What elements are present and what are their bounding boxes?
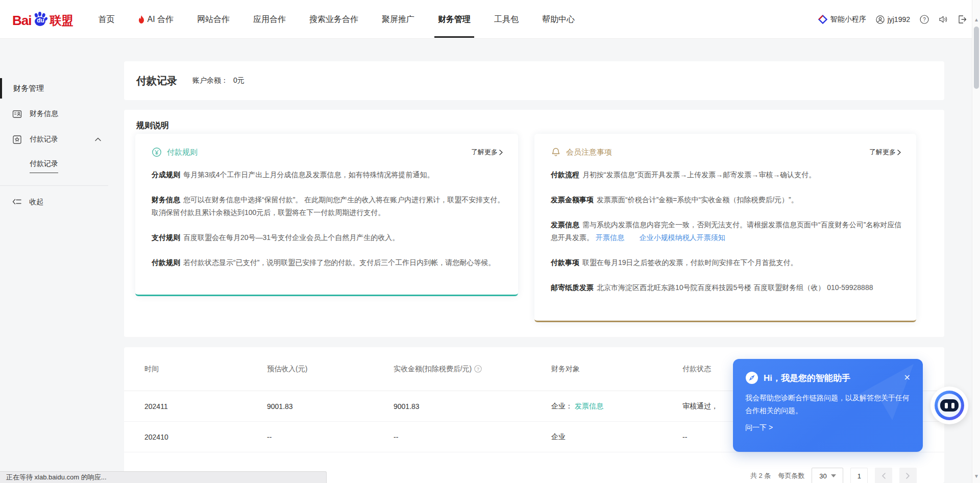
browser-status-bar: 正在等待 xlab.baidu.com 的响应...	[0, 471, 327, 483]
compass-icon	[745, 371, 758, 384]
topbar-right: 智能小程序 jyj1992 ?	[818, 0, 967, 39]
balance-label: 账户余额：	[192, 76, 228, 84]
payment-rules-body: 分成规则每月第3或4个工作日产出上月分成信息及发票信息，如有特殊情况将提前通知。…	[135, 157, 518, 269]
rule-item: 发票信息需与系统内发票信息内容完全一致，否则无法支付。请根据发票信息页面中“百度…	[551, 219, 903, 244]
rule-item: 付款流程月初按“发票信息”页面开具发票→上传发票→邮寄发票→审核→确认支付。	[551, 168, 903, 181]
sidebar-subitem-payment-records-active[interactable]: 付款记录	[30, 158, 122, 174]
sidebar-item-finance-info[interactable]: 财务信息	[0, 105, 122, 123]
help-icon[interactable]: ?	[920, 15, 929, 24]
sidebar-divider	[0, 185, 108, 186]
chevron-right-icon	[906, 473, 910, 479]
cell-time: 202410	[144, 433, 267, 441]
page-button-1[interactable]: 1	[850, 468, 868, 483]
chevron-right-icon	[897, 150, 901, 155]
col-header-time: 时间	[144, 365, 267, 374]
robot-icon	[935, 391, 964, 420]
flame-icon	[138, 15, 145, 23]
member-notes-bell-icon	[551, 147, 561, 157]
member-notes-header: 会员注意事项 了解更多	[534, 134, 916, 157]
col-header-target: 财务对象	[551, 365, 682, 374]
close-icon[interactable]: ✕	[904, 374, 911, 382]
rule-item: 付款事项联盟在每月19日之后签收的发票，付款时间安排在下个月首批支付。	[551, 256, 903, 269]
smart-miniprogram-link[interactable]: 智能小程序	[818, 15, 866, 24]
baidu-paw-icon: du	[32, 11, 49, 28]
logout-icon[interactable]	[958, 15, 967, 24]
logo-text-bai: Bai	[12, 13, 31, 28]
status-text: 正在等待 xlab.baidu.com 的响应...	[6, 473, 107, 482]
invoice-info-cell-link[interactable]: 发票信息	[575, 402, 603, 410]
cell-target: 企业	[551, 432, 682, 442]
ask-now-link[interactable]: 问一下 >	[745, 423, 911, 432]
nav-item-ai-coop[interactable]: AI 合作	[126, 0, 185, 39]
chevron-down-icon	[831, 474, 836, 477]
assistant-body-text: 我会帮助您诊断合作链路问题，以及解答您关于任何合作相关的问题。	[745, 392, 911, 417]
logo-text-union: 联盟	[50, 13, 73, 28]
svg-text:?: ?	[477, 367, 479, 372]
user-account[interactable]: jyj1992	[876, 15, 910, 24]
main-nav: 首页 AI 合作 网站合作 应用合作 搜索业务合作 聚屏推广 财务管理 工具包 …	[86, 0, 586, 39]
member-notes-more-link[interactable]: 了解更多	[869, 148, 901, 157]
nav-item-website-coop[interactable]: 网站合作	[185, 0, 241, 39]
page-scrollbar[interactable]: ▲ ▼	[972, 0, 980, 483]
svg-text:?: ?	[923, 17, 926, 22]
rule-item: 付款规则若付款状态显示“已支付”，说明联盟已安排了您的付款。支付后三个工作日内到…	[152, 256, 505, 269]
finance-info-icon	[12, 109, 22, 119]
member-notes-box: 会员注意事项 了解更多 付款流程月初按“发票信息”页面开具发票→上传发票→邮寄发…	[534, 134, 916, 322]
rule-item: 发票金额事项发票票面“价税合计”金额=系统中“实收金额（扣除税费后/元）”。	[551, 194, 903, 206]
chevron-up-icon	[95, 137, 101, 141]
page-title: 付款记录	[136, 74, 177, 88]
nav-item-search-coop[interactable]: 搜索业务合作	[298, 0, 370, 39]
cell-target: 企业：发票信息	[551, 402, 682, 411]
member-notes-title: 会员注意事项	[566, 148, 612, 157]
assistant-robot-button[interactable]	[930, 387, 968, 424]
chevron-left-icon	[881, 473, 886, 479]
nav-item-toolkit[interactable]: 工具包	[482, 0, 530, 39]
cell-estimated: 9001.83	[267, 402, 394, 410]
payment-rules-more-link[interactable]: 了解更多	[471, 148, 503, 157]
page-header-card: 付款记录 账户余额： 0元	[124, 61, 944, 100]
col-header-received: 实收金额(扣除税费后/元) ?	[394, 365, 551, 374]
cell-received: 9001.83	[394, 402, 551, 410]
small-taxpayer-notice-link[interactable]: 企业小规模纳税人开票须知	[640, 233, 725, 242]
account-balance: 账户余额： 0元	[192, 76, 244, 85]
user-icon	[876, 15, 885, 24]
payment-rules-box: 付款规则 了解更多 分成规则每月第3或4个工作日产出上月分成信息及发票信息，如有…	[135, 134, 518, 296]
logo-text-du: du	[37, 17, 44, 24]
question-circle-icon[interactable]: ?	[474, 365, 482, 373]
assistant-popup-header: Hi，我是您的智能助手 ✕	[745, 371, 911, 384]
member-notes-body: 付款流程月初按“发票信息”页面开具发票→上传发票→邮寄发票→审核→确认支付。 发…	[534, 157, 916, 294]
nav-item-screen-promo[interactable]: 聚屏推广	[370, 0, 426, 39]
topbar: Bai du 联盟 首页 AI 合作 网站合作 应用合作 搜索业务合作 聚屏推广…	[0, 0, 980, 39]
scroll-down-icon[interactable]: ▼	[974, 474, 979, 479]
payment-rules-icon	[152, 147, 162, 157]
baidu-union-logo[interactable]: Bai du 联盟	[12, 11, 73, 28]
miniprogram-diamond-icon	[818, 15, 827, 24]
chevron-right-icon	[499, 150, 503, 155]
payment-rules-title: 付款规则	[167, 148, 198, 157]
payment-rules-header: 付款规则 了解更多	[135, 134, 518, 157]
rules-card: 规则说明 付款规则 了解更多 分成规则每月第3或4个工作日产出上月分成信息及发票…	[124, 110, 944, 337]
sound-icon[interactable]	[939, 15, 948, 24]
scrollbar-thumb[interactable]	[974, 27, 979, 89]
balance-value: 0元	[233, 76, 244, 84]
nav-item-finance-active[interactable]: 财务管理	[426, 0, 482, 39]
rule-item: 分成规则每月第3或4个工作日产出上月分成信息及发票信息，如有特殊情况将提前通知。	[152, 168, 505, 181]
sidebar-item-payment-records[interactable]: 付款记录	[0, 130, 122, 149]
total-count: 共 2 条	[750, 471, 771, 480]
next-page-button[interactable]	[899, 468, 917, 483]
invoice-info-link[interactable]: 开票信息	[596, 233, 624, 242]
nav-item-home[interactable]: 首页	[86, 0, 126, 39]
rule-item: 邮寄纸质发票北京市海淀区西北旺东路10号院百度科技园5号楼 百度联盟财务组（收）…	[551, 281, 903, 294]
per-page-label: 每页条数	[778, 471, 804, 480]
assistant-popup: Hi，我是您的智能助手 ✕ 我会帮助您诊断合作链路问题，以及解答您关于任何合作相…	[733, 359, 923, 452]
sidebar-section-finance[interactable]: 财务管理	[0, 79, 122, 98]
cell-time: 202411	[144, 402, 267, 410]
nav-item-help-center[interactable]: 帮助中心	[530, 0, 586, 39]
collapse-icon	[12, 198, 21, 207]
scroll-up-icon[interactable]: ▲	[974, 17, 979, 22]
rule-item: 财务信息您可以在财务信息中选择“保留付款”。 在此期间您产生的收入将在账户内进行…	[152, 194, 505, 219]
per-page-select[interactable]: 30	[812, 468, 843, 483]
nav-item-app-coop[interactable]: 应用合作	[241, 0, 298, 39]
sidebar-collapse-button[interactable]: 收起	[0, 193, 122, 211]
prev-page-button[interactable]	[875, 468, 892, 483]
